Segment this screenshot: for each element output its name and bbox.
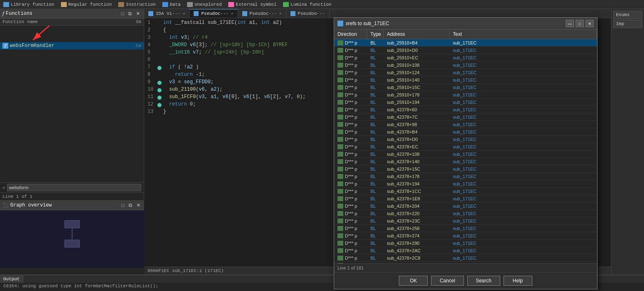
xrefs-cancel-btn[interactable]: Cancel: [431, 276, 464, 286]
dialog-minimize-btn[interactable]: —: [566, 20, 574, 27]
dialog-close-btn[interactable]: ✕: [585, 20, 594, 27]
xref-row-icon-24: [337, 218, 343, 223]
xref-direction-5: D*** p: [334, 77, 367, 83]
functions-list[interactable]: 𝑓 websFormHandler .te: [0, 26, 144, 182]
xref-type-16: BL: [367, 159, 384, 164]
xref-address-26: sub_42378+274: [384, 233, 450, 239]
xref-row-6[interactable]: D*** pBLsub_25910+15Csub_171EC: [334, 84, 597, 91]
xref-text-4: sub_171EC: [450, 70, 597, 75]
xref-row-29[interactable]: D*** pBLsub_42378+2C8sub_171EC: [334, 254, 597, 262]
line-num-6: 6: [148, 57, 157, 63]
xref-row-5[interactable]: D*** pBLsub_25910+140sub_171EC: [334, 76, 597, 84]
xref-row-22[interactable]: D*** pBLsub_42378+204sub_171EC: [334, 202, 597, 210]
xrefs-search-btn[interactable]: Search: [467, 276, 500, 286]
functions-copy-btn[interactable]: ⧉: [127, 10, 133, 17]
xref-row-13[interactable]: D*** pBLsub_42378+D0sub_171EC: [334, 136, 597, 143]
xref-row-8[interactable]: D*** pBLsub_25910+194sub_171EC: [334, 99, 597, 106]
xref-row-1[interactable]: D*** pBLsub_25910+D0sub_171EC: [334, 47, 597, 54]
graph-panel: ⬛ Graph overview □ ⧉ ✕: [0, 200, 144, 275]
xref-address-23: sub_42378+220: [384, 211, 450, 216]
line-dot-7: [157, 66, 162, 70]
xref-address-15: sub_42378+108: [384, 151, 450, 157]
dialog-maximize-btn[interactable]: □: [576, 20, 584, 27]
function-item-icon: 𝑓: [2, 43, 8, 49]
xref-text-9: sub_171EC: [450, 107, 597, 113]
xref-row-icon-11: [337, 122, 343, 127]
line-num-1: 1: [148, 20, 157, 26]
xref-row-10[interactable]: D*** pBLsub_42378+7Csub_171EC: [334, 113, 597, 121]
xref-text-6: sub_171EC: [450, 84, 597, 90]
graph-float-btn[interactable]: □: [120, 202, 126, 209]
xref-row-3[interactable]: D*** pBLsub_25910+108sub_171EC: [334, 61, 597, 69]
xref-row-4[interactable]: D*** pBLsub_25910+124sub_171EC: [334, 69, 597, 76]
xref-type-14: BL: [367, 144, 384, 150]
xref-row-16[interactable]: D*** pBLsub_42378+140sub_171EC: [334, 158, 597, 165]
xrefs-ok-btn[interactable]: OK: [399, 276, 428, 286]
tab-pseudocode-2[interactable]: Pseudoc··· ✕: [238, 9, 286, 18]
right-tab-imports[interactable]: Imp: [613, 20, 642, 28]
xref-row-9[interactable]: D*** pBLsub_42378+60sub_171EC: [334, 106, 597, 113]
functions-close-btn[interactable]: ✕: [135, 10, 141, 17]
functions-line-info: Line 1 of 1: [0, 192, 144, 200]
xref-type-0: BL: [367, 40, 384, 46]
xref-row-19[interactable]: D*** pBLsub_42378+194sub_171EC: [334, 180, 597, 188]
xref-address-20: sub_42378+1CC: [384, 188, 450, 194]
legend-data-label: Data: [170, 2, 180, 7]
tab-pseudo1-close-icon[interactable]: ✕: [231, 11, 233, 16]
xref-type-19: BL: [367, 181, 384, 187]
line-num-13: 13: [148, 109, 157, 115]
functions-column-header: Function name Se: [0, 19, 144, 26]
xref-text-14: sub_171EC: [450, 144, 597, 150]
xref-row-20[interactable]: D*** pBLsub_42378+1CCsub_171EC: [334, 188, 597, 195]
line-num-5: 5: [148, 49, 157, 55]
xref-row-26[interactable]: D*** pBLsub_42378+274sub_171EC: [334, 232, 597, 239]
xref-row-17[interactable]: D*** pBLsub_42378+15Csub_171EC: [334, 165, 597, 173]
xref-row-14[interactable]: D*** pBLsub_42378+ECsub_171EC: [334, 143, 597, 150]
xrefs-help-btn[interactable]: Help: [503, 276, 532, 286]
xrefs-ok-label: OK: [410, 278, 417, 284]
xref-row-icon-29: [337, 256, 343, 260]
xref-address-21: sub_42378+1E8: [384, 196, 450, 202]
xref-row-7[interactable]: D*** pBLsub_25910+178sub_171EC: [334, 91, 597, 99]
xref-row-28[interactable]: D*** pBLsub_42378+2ACsub_171EC: [334, 247, 597, 254]
line-num-12: 12: [148, 101, 157, 107]
tab-pseudo2-close-icon[interactable]: ✕: [279, 11, 282, 16]
xref-row-23[interactable]: D*** pBLsub_42378+220sub_171EC: [334, 210, 597, 217]
xref-row-12[interactable]: D*** pBLsub_42378+B4sub_171EC: [334, 128, 597, 136]
xref-row-25[interactable]: D*** pBLsub_42378+258sub_171EC: [334, 225, 597, 232]
xref-row-icon-9: [337, 107, 343, 112]
xref-row-27[interactable]: D*** pBLsub_42378+290sub_171EC: [334, 239, 597, 247]
xrefs-scroll-area[interactable]: D*** pBLsub_25910+B4sub_171ECD*** pBLsub…: [334, 39, 597, 263]
code-text-9: v3 = seg_FFDD0;: [163, 79, 213, 85]
tab-pseudocode-1[interactable]: Pseudoc··· ✕: [190, 9, 238, 18]
line-num-9: 9: [148, 79, 157, 85]
tab-pseudocode-3[interactable]: Pseudoo···: [286, 9, 330, 18]
xref-direction-2: D*** p: [334, 55, 367, 61]
xref-type-10: BL: [367, 114, 384, 120]
xref-row-24[interactable]: D*** pBLsub_42378+23Csub_171EC: [334, 217, 597, 225]
functions-float-btn[interactable]: □: [120, 10, 125, 17]
graph-close-btn[interactable]: ✕: [135, 202, 142, 209]
xref-type-22: BL: [367, 203, 384, 209]
xref-row-11[interactable]: D*** pBLsub_42378+98sub_171EC: [334, 121, 597, 128]
xref-row-icon-2: [337, 55, 343, 60]
graph-copy-btn[interactable]: ⧉: [127, 202, 133, 209]
col-header-address-text: Address: [387, 31, 405, 37]
tab-ida-view[interactable]: IDA Vi··· ✕: [144, 9, 190, 18]
filter-input[interactable]: [7, 184, 141, 191]
xref-row-2[interactable]: D*** pBLsub_25910+ECsub_171EC: [334, 54, 597, 61]
right-panels: Enums Imp: [611, 9, 644, 275]
output-tab-label[interactable]: Output: [0, 275, 23, 283]
xref-row-icon-12: [337, 129, 343, 134]
xref-row-0[interactable]: D*** pBLsub_25910+B4sub_171EC: [334, 39, 597, 47]
xref-row-15[interactable]: D*** pBLsub_42378+108sub_171EC: [334, 150, 597, 158]
tab-ida-close-icon[interactable]: ✕: [183, 11, 185, 16]
xref-row-21[interactable]: D*** pBLsub_42378+1E8sub_171EC: [334, 195, 597, 202]
xref-row-18[interactable]: D*** pBLsub_42378+178sub_171EC: [334, 173, 597, 180]
xref-type-15: BL: [367, 151, 384, 157]
line-num-3: 3: [148, 35, 157, 40]
graph-icon: ⬛: [2, 202, 9, 209]
tab-ida-view-label: IDA Vi···: [156, 11, 180, 16]
line-num-10: 10: [148, 87, 157, 92]
right-tab-enums[interactable]: Enums: [613, 11, 642, 19]
